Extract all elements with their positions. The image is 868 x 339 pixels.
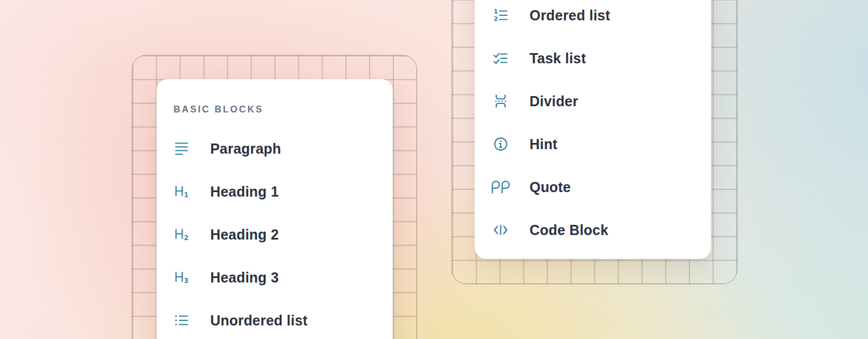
- menu-item-label: Divider: [530, 94, 578, 108]
- menu-item-label: Heading 1: [210, 185, 279, 199]
- menu-item-label: Heading 2: [210, 228, 279, 242]
- editor-blocks-illustration: BASIC BLOCKS Paragraph 1 Heading 1: [0, 0, 868, 339]
- menu-item-label: Ordered list: [530, 8, 610, 23]
- svg-text:1: 1: [494, 8, 498, 15]
- paragraph-icon: [171, 141, 192, 157]
- blocks-menu-continued: 1 2 Ordered list Task list: [475, 0, 711, 259]
- menu-item-paragraph[interactable]: Paragraph: [157, 127, 393, 170]
- ordered-list-icon: 1 2: [491, 7, 511, 23]
- heading-1-icon: 1: [171, 184, 192, 199]
- menu-item-code-block[interactable]: Code Block: [475, 208, 711, 251]
- menu-item-ordered-list[interactable]: 1 2 Ordered list: [475, 0, 711, 37]
- menu-item-label: Code Block: [530, 223, 609, 237]
- menu-item-hint[interactable]: Hint: [475, 123, 711, 166]
- quote-icon: [491, 179, 511, 195]
- svg-text:1: 1: [184, 191, 189, 199]
- unordered-list-icon: [171, 312, 192, 328]
- code-block-icon: [491, 222, 511, 238]
- svg-text:3: 3: [184, 277, 189, 285]
- menu-item-unordered-list[interactable]: Unordered list: [157, 299, 393, 339]
- menu-item-heading-1[interactable]: 1 Heading 1: [157, 170, 393, 213]
- task-list-icon: [491, 50, 511, 66]
- menu-item-heading-2[interactable]: 2 Heading 2: [157, 213, 393, 256]
- heading-3-icon: 3: [171, 270, 192, 285]
- hint-icon: [491, 136, 511, 152]
- svg-text:2: 2: [184, 234, 189, 242]
- menu-item-label: Heading 3: [210, 271, 279, 285]
- menu-item-label: Unordered list: [210, 314, 307, 328]
- menu-item-label: Paragraph: [210, 142, 281, 156]
- menu-item-quote[interactable]: Quote: [475, 166, 711, 208]
- menu-item-label: Task list: [530, 51, 586, 66]
- svg-text:2: 2: [494, 15, 498, 23]
- menu-item-heading-3[interactable]: 3 Heading 3: [157, 256, 393, 299]
- basic-blocks-list: Paragraph 1 Heading 1 2: [157, 127, 393, 339]
- menu-item-task-list[interactable]: Task list: [475, 37, 711, 80]
- basic-blocks-menu: BASIC BLOCKS Paragraph 1 Heading 1: [157, 79, 393, 339]
- menu-item-label: Hint: [530, 137, 557, 151]
- menu-item-divider[interactable]: Divider: [475, 80, 711, 123]
- divider-icon: [491, 93, 511, 109]
- heading-2-icon: 2: [171, 227, 192, 242]
- menu-item-label: Quote: [530, 180, 571, 194]
- section-title: BASIC BLOCKS: [173, 103, 393, 115]
- blocks-list: 1 2 Ordered list Task list: [475, 0, 711, 251]
